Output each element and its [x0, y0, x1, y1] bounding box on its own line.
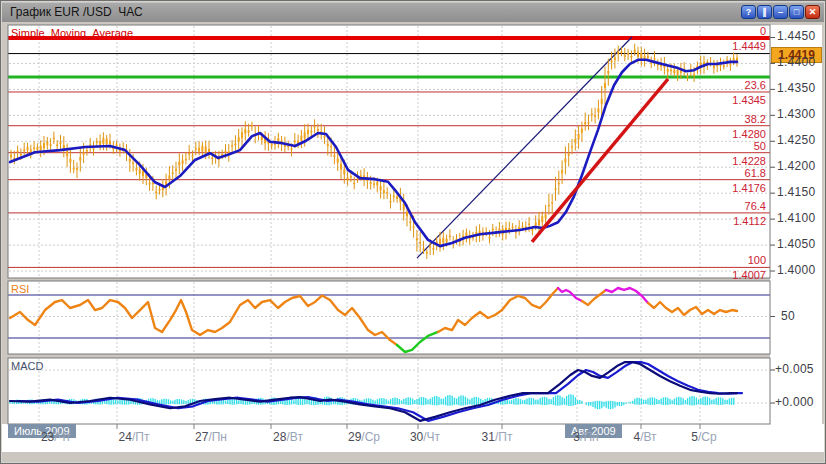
chart-canvas[interactable]	[0, 0, 826, 464]
chart-window: График EUR /USD ЧАС ? ∥ – □ ✕ Simple_Mov…	[0, 0, 826, 464]
